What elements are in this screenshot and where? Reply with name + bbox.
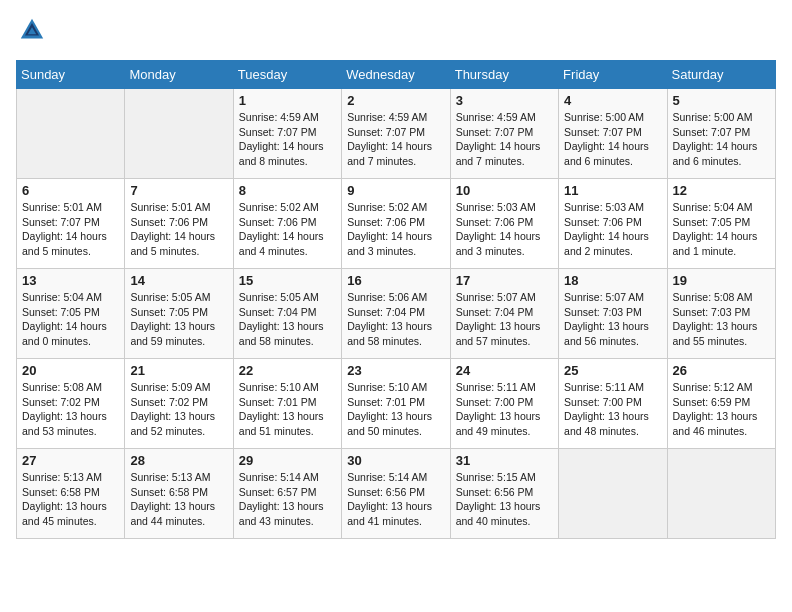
day-number: 14 (130, 273, 227, 288)
day-number: 1 (239, 93, 336, 108)
day-info: Sunrise: 5:14 AM Sunset: 6:57 PM Dayligh… (239, 470, 336, 529)
calendar-cell: 31Sunrise: 5:15 AM Sunset: 6:56 PM Dayli… (450, 449, 558, 539)
calendar-cell: 28Sunrise: 5:13 AM Sunset: 6:58 PM Dayli… (125, 449, 233, 539)
calendar-cell: 16Sunrise: 5:06 AM Sunset: 7:04 PM Dayli… (342, 269, 450, 359)
day-number: 24 (456, 363, 553, 378)
calendar-cell: 8Sunrise: 5:02 AM Sunset: 7:06 PM Daylig… (233, 179, 341, 269)
calendar-cell: 22Sunrise: 5:10 AM Sunset: 7:01 PM Dayli… (233, 359, 341, 449)
day-info: Sunrise: 5:10 AM Sunset: 7:01 PM Dayligh… (347, 380, 444, 439)
day-info: Sunrise: 5:04 AM Sunset: 7:05 PM Dayligh… (22, 290, 119, 349)
day-number: 27 (22, 453, 119, 468)
day-info: Sunrise: 5:09 AM Sunset: 7:02 PM Dayligh… (130, 380, 227, 439)
day-info: Sunrise: 5:11 AM Sunset: 7:00 PM Dayligh… (456, 380, 553, 439)
day-info: Sunrise: 5:13 AM Sunset: 6:58 PM Dayligh… (22, 470, 119, 529)
day-number: 4 (564, 93, 661, 108)
day-number: 16 (347, 273, 444, 288)
calendar-cell: 27Sunrise: 5:13 AM Sunset: 6:58 PM Dayli… (17, 449, 125, 539)
calendar-cell: 17Sunrise: 5:07 AM Sunset: 7:04 PM Dayli… (450, 269, 558, 359)
day-info: Sunrise: 5:04 AM Sunset: 7:05 PM Dayligh… (673, 200, 770, 259)
day-number: 13 (22, 273, 119, 288)
day-number: 31 (456, 453, 553, 468)
day-info: Sunrise: 5:03 AM Sunset: 7:06 PM Dayligh… (564, 200, 661, 259)
weekday-header-monday: Monday (125, 61, 233, 89)
calendar-cell: 25Sunrise: 5:11 AM Sunset: 7:00 PM Dayli… (559, 359, 667, 449)
day-number: 22 (239, 363, 336, 378)
day-number: 8 (239, 183, 336, 198)
day-number: 30 (347, 453, 444, 468)
day-info: Sunrise: 5:08 AM Sunset: 7:03 PM Dayligh… (673, 290, 770, 349)
day-info: Sunrise: 5:01 AM Sunset: 7:07 PM Dayligh… (22, 200, 119, 259)
day-info: Sunrise: 5:05 AM Sunset: 7:05 PM Dayligh… (130, 290, 227, 349)
calendar-cell: 9Sunrise: 5:02 AM Sunset: 7:06 PM Daylig… (342, 179, 450, 269)
calendar-cell (17, 89, 125, 179)
weekday-header-sunday: Sunday (17, 61, 125, 89)
day-number: 2 (347, 93, 444, 108)
day-number: 15 (239, 273, 336, 288)
day-info: Sunrise: 5:14 AM Sunset: 6:56 PM Dayligh… (347, 470, 444, 529)
day-info: Sunrise: 5:07 AM Sunset: 7:03 PM Dayligh… (564, 290, 661, 349)
day-number: 29 (239, 453, 336, 468)
day-info: Sunrise: 5:08 AM Sunset: 7:02 PM Dayligh… (22, 380, 119, 439)
day-number: 12 (673, 183, 770, 198)
day-number: 6 (22, 183, 119, 198)
day-number: 25 (564, 363, 661, 378)
day-number: 21 (130, 363, 227, 378)
weekday-header-friday: Friday (559, 61, 667, 89)
calendar-body: 1Sunrise: 4:59 AM Sunset: 7:07 PM Daylig… (17, 89, 776, 539)
weekday-header-tuesday: Tuesday (233, 61, 341, 89)
day-number: 23 (347, 363, 444, 378)
calendar-cell: 1Sunrise: 4:59 AM Sunset: 7:07 PM Daylig… (233, 89, 341, 179)
day-number: 3 (456, 93, 553, 108)
day-info: Sunrise: 4:59 AM Sunset: 7:07 PM Dayligh… (456, 110, 553, 169)
calendar-cell (125, 89, 233, 179)
calendar-cell: 3Sunrise: 4:59 AM Sunset: 7:07 PM Daylig… (450, 89, 558, 179)
calendar-cell: 12Sunrise: 5:04 AM Sunset: 7:05 PM Dayli… (667, 179, 775, 269)
day-number: 19 (673, 273, 770, 288)
week-row-4: 20Sunrise: 5:08 AM Sunset: 7:02 PM Dayli… (17, 359, 776, 449)
calendar-cell: 4Sunrise: 5:00 AM Sunset: 7:07 PM Daylig… (559, 89, 667, 179)
calendar-cell: 13Sunrise: 5:04 AM Sunset: 7:05 PM Dayli… (17, 269, 125, 359)
day-number: 7 (130, 183, 227, 198)
day-number: 9 (347, 183, 444, 198)
day-number: 5 (673, 93, 770, 108)
weekday-header-thursday: Thursday (450, 61, 558, 89)
week-row-3: 13Sunrise: 5:04 AM Sunset: 7:05 PM Dayli… (17, 269, 776, 359)
calendar-cell: 29Sunrise: 5:14 AM Sunset: 6:57 PM Dayli… (233, 449, 341, 539)
day-number: 18 (564, 273, 661, 288)
weekday-header-saturday: Saturday (667, 61, 775, 89)
logo-icon (18, 16, 46, 44)
day-number: 26 (673, 363, 770, 378)
day-info: Sunrise: 5:01 AM Sunset: 7:06 PM Dayligh… (130, 200, 227, 259)
day-info: Sunrise: 5:03 AM Sunset: 7:06 PM Dayligh… (456, 200, 553, 259)
day-number: 20 (22, 363, 119, 378)
calendar-cell: 24Sunrise: 5:11 AM Sunset: 7:00 PM Dayli… (450, 359, 558, 449)
day-info: Sunrise: 5:15 AM Sunset: 6:56 PM Dayligh… (456, 470, 553, 529)
calendar-cell (667, 449, 775, 539)
calendar-cell: 7Sunrise: 5:01 AM Sunset: 7:06 PM Daylig… (125, 179, 233, 269)
day-info: Sunrise: 5:11 AM Sunset: 7:00 PM Dayligh… (564, 380, 661, 439)
calendar-cell: 30Sunrise: 5:14 AM Sunset: 6:56 PM Dayli… (342, 449, 450, 539)
day-info: Sunrise: 5:13 AM Sunset: 6:58 PM Dayligh… (130, 470, 227, 529)
calendar-cell: 5Sunrise: 5:00 AM Sunset: 7:07 PM Daylig… (667, 89, 775, 179)
day-info: Sunrise: 5:05 AM Sunset: 7:04 PM Dayligh… (239, 290, 336, 349)
day-info: Sunrise: 5:10 AM Sunset: 7:01 PM Dayligh… (239, 380, 336, 439)
calendar-table: SundayMondayTuesdayWednesdayThursdayFrid… (16, 60, 776, 539)
week-row-1: 1Sunrise: 4:59 AM Sunset: 7:07 PM Daylig… (17, 89, 776, 179)
day-info: Sunrise: 5:06 AM Sunset: 7:04 PM Dayligh… (347, 290, 444, 349)
day-info: Sunrise: 5:02 AM Sunset: 7:06 PM Dayligh… (239, 200, 336, 259)
weekday-header-wednesday: Wednesday (342, 61, 450, 89)
page-header (16, 16, 776, 48)
calendar-cell: 14Sunrise: 5:05 AM Sunset: 7:05 PM Dayli… (125, 269, 233, 359)
day-info: Sunrise: 4:59 AM Sunset: 7:07 PM Dayligh… (347, 110, 444, 169)
day-info: Sunrise: 5:00 AM Sunset: 7:07 PM Dayligh… (673, 110, 770, 169)
week-row-5: 27Sunrise: 5:13 AM Sunset: 6:58 PM Dayli… (17, 449, 776, 539)
calendar-cell: 19Sunrise: 5:08 AM Sunset: 7:03 PM Dayli… (667, 269, 775, 359)
calendar-cell (559, 449, 667, 539)
calendar-cell: 11Sunrise: 5:03 AM Sunset: 7:06 PM Dayli… (559, 179, 667, 269)
calendar-cell: 10Sunrise: 5:03 AM Sunset: 7:06 PM Dayli… (450, 179, 558, 269)
calendar-cell: 18Sunrise: 5:07 AM Sunset: 7:03 PM Dayli… (559, 269, 667, 359)
calendar-cell: 26Sunrise: 5:12 AM Sunset: 6:59 PM Dayli… (667, 359, 775, 449)
day-info: Sunrise: 5:02 AM Sunset: 7:06 PM Dayligh… (347, 200, 444, 259)
calendar-cell: 20Sunrise: 5:08 AM Sunset: 7:02 PM Dayli… (17, 359, 125, 449)
day-info: Sunrise: 4:59 AM Sunset: 7:07 PM Dayligh… (239, 110, 336, 169)
